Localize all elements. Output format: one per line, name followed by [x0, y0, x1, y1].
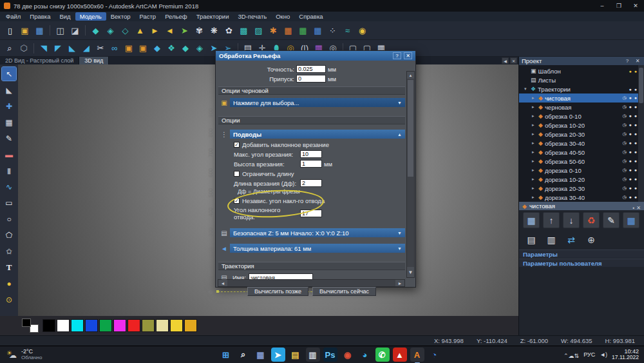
toolbar-separator[interactable] — [50, 25, 50, 35]
calculate-icon[interactable]: ▦ — [523, 212, 540, 228]
taskbar-clock[interactable]: 10:42 17.11.2022 — [612, 348, 639, 361]
edit-toolpath-icon[interactable]: ✎ — [603, 212, 620, 228]
close-button[interactable]: ✕ — [627, 0, 644, 12]
polygon-tool-icon[interactable]: ⬠ — [2, 228, 16, 242]
delete-toolpath-icon[interactable]: ♻ — [583, 212, 600, 228]
face-wizard-icon[interactable]: ▦ — [281, 23, 296, 37]
tree-item-obrezka-20-30[interactable]: ▸ ◆ обрезка 20-30 ◷ ● ● — [519, 130, 644, 139]
swatch-gold[interactable] — [184, 319, 197, 332]
teal-tool3-icon[interactable]: ◈ — [193, 42, 207, 55]
relief-preview-icon[interactable]: ◪ — [68, 23, 82, 37]
network-icon[interactable]: ⇅ — [574, 353, 580, 359]
scroll-left-button[interactable]: ◄ — [218, 280, 227, 286]
dialog-help-button[interactable]: ? — [393, 52, 401, 59]
texture-wizard-icon[interactable]: ▨ — [251, 23, 266, 37]
wave-tool-icon[interactable]: ≈ — [340, 23, 355, 37]
tree-expander-icon[interactable]: ▸ — [532, 123, 536, 128]
orange-folder-icon[interactable]: ▣ — [122, 42, 136, 55]
pan-tool-icon[interactable]: ✚ — [2, 99, 16, 113]
menu-file[interactable]: Файл — [1, 12, 25, 21]
tree-expander-icon[interactable]: ▸ — [532, 113, 536, 119]
tree-item-obrezka-50-60[interactable]: ▸ ◆ обрезка 50-60 ◷ ● ● — [519, 157, 644, 166]
tree-item-toolpaths[interactable]: ▾ ❖ Траектории ● ● — [519, 84, 644, 93]
dialog-titlebar[interactable]: Обработка Рельефа ? ✕ — [216, 51, 415, 61]
menu-help[interactable]: Справка — [294, 12, 327, 21]
swatch-cyan[interactable] — [71, 319, 84, 332]
scroll-right-button[interactable]: ► — [395, 280, 404, 286]
edge-icon[interactable]: ◕ — [358, 348, 372, 362]
tree-expander-icon[interactable]: ▸ — [532, 104, 536, 110]
parameters-section-header[interactable]: Параметры — [519, 250, 644, 258]
toolbar-separator[interactable] — [85, 25, 86, 35]
tree-expander-icon[interactable]: ▸ — [532, 195, 536, 200]
fillet-vector-icon[interactable]: ◢ — [79, 42, 93, 55]
tree-item-dorezka-10-20[interactable]: ▸ ◆ дорезка 10-20 ◷ ● ● — [519, 175, 644, 184]
trim-vector-icon[interactable]: ✂ — [93, 42, 108, 55]
tree-item-chistovaya[interactable]: ▸ ◆ чистовая ◷ ● ● — [519, 93, 644, 103]
swatch-green[interactable] — [99, 319, 112, 332]
tree-item-obrezka-40-50[interactable]: ▸ ◆ обрезка 40-50 ◷ ● ● — [519, 148, 644, 157]
indep-angle-checkbox[interactable]: ✓ — [234, 198, 240, 204]
material-section-header[interactable]: Толщина материала: 61 мм ▼ — [230, 244, 405, 253]
artcam-taskbar-icon[interactable]: A — [410, 348, 424, 362]
green-grid-icon[interactable]: ▦ — [296, 23, 310, 37]
open-model-icon[interactable]: ▣ — [17, 23, 32, 37]
grid-tool-icon[interactable]: ▦ — [2, 115, 16, 129]
language-indicator[interactable]: РУС — [583, 351, 595, 358]
tree-scrollbar[interactable] — [638, 65, 644, 202]
safe-z-section-header[interactable]: Безопасная Z: 5 мм Начало: X:0 Y:0 Z:10 … — [230, 228, 405, 237]
limit-length-checkbox[interactable] — [234, 171, 240, 177]
blue-diamond-icon[interactable]: ◆ — [150, 42, 164, 55]
offset-relief-icon[interactable]: ► — [147, 23, 162, 37]
retract-angle-input[interactable] — [300, 210, 322, 217]
swatch-magenta[interactable] — [113, 319, 126, 332]
explorer-icon[interactable]: ▤ — [289, 348, 303, 362]
hexagon-view-icon[interactable]: ⬡ — [17, 42, 31, 55]
notes-icon[interactable]: ▤ — [523, 231, 540, 248]
leads-section-header[interactable]: Подводы ▲ — [230, 130, 405, 139]
spiral-tool-icon[interactable]: ✾ — [192, 23, 207, 37]
widgets-icon[interactable]: ▦ — [254, 348, 268, 362]
clone-tool-icon[interactable]: ▮ — [2, 164, 16, 177]
chrome-icon[interactable]: ◉ — [341, 348, 355, 362]
tree-expander-icon[interactable]: ▸ — [532, 177, 536, 182]
tree-item-template[interactable]: ▣ Шаблон ● ● — [519, 66, 644, 75]
user-parameters-section-header[interactable]: Параметры пользователя — [519, 259, 644, 267]
menu-3d-print[interactable]: 3D-печать — [233, 12, 271, 21]
tree-expander-icon[interactable]: ▸ — [532, 186, 536, 191]
project-help-button[interactable]: ? — [623, 58, 631, 64]
tree-item-obrezka-10-20[interactable]: ▸ ◆ обрезка 10-20 ◷ ● ● — [519, 121, 644, 130]
add-ramp-checkbox[interactable]: ✓ — [234, 142, 240, 148]
save-toolpath-icon[interactable]: ▥ — [543, 231, 560, 248]
tree-expander-icon[interactable]: ▸ — [532, 168, 536, 173]
dialog-horizontal-scrollbar[interactable]: ◄ ► — [218, 279, 405, 287]
simulate-toolpath-icon[interactable]: ⊕ — [583, 231, 600, 248]
onedrive-icon[interactable]: ☁ — [569, 353, 574, 359]
panel-collapse-button[interactable]: ◀ — [502, 57, 509, 64]
maximize-button[interactable]: ❐ — [611, 0, 627, 12]
tree-item-dorezka-20-30[interactable]: ▸ ◆ дорезка 20-30 ◷ ● ● — [519, 184, 644, 193]
whatsapp-icon[interactable]: ✆ — [375, 348, 390, 362]
menu-view[interactable]: Вид — [55, 12, 75, 21]
tree-expander-icon[interactable]: ▾ — [524, 86, 529, 92]
swatch-olive[interactable] — [142, 319, 155, 332]
spline-tool-icon[interactable]: ∿ — [2, 180, 16, 193]
orange-folder2-icon[interactable]: ▣ — [136, 42, 150, 55]
tree-expander-icon[interactable]: ▸ — [532, 132, 536, 137]
new-model-icon[interactable]: ▯ — [3, 23, 17, 37]
project-close-button[interactable]: ✕ — [634, 58, 641, 64]
fg-bg-color-selector[interactable] — [22, 319, 39, 333]
dialog-close-button[interactable]: ✕ — [404, 52, 412, 59]
tree-expander-icon[interactable]: ▸ — [532, 159, 536, 164]
menu-relief[interactable]: Рельеф — [160, 12, 191, 21]
greyscale-view-icon[interactable]: ◫ — [53, 23, 68, 37]
tree-scrollbar-thumb[interactable] — [639, 68, 643, 103]
menu-window[interactable]: Окно — [271, 12, 294, 21]
menu-vector[interactable]: Вектор — [106, 12, 135, 21]
tree-item-chernovaya[interactable]: ▸ ◆ черновая ◷ ● ● — [519, 103, 644, 112]
vector-arrow2-icon[interactable]: ◤ — [51, 42, 65, 55]
join-vector-icon[interactable]: ∞ — [108, 42, 122, 55]
move-up-icon[interactable]: ↑ — [543, 212, 560, 228]
ramp-height-input[interactable] — [300, 160, 322, 168]
menu-toolpaths[interactable]: Траектории — [192, 12, 234, 21]
